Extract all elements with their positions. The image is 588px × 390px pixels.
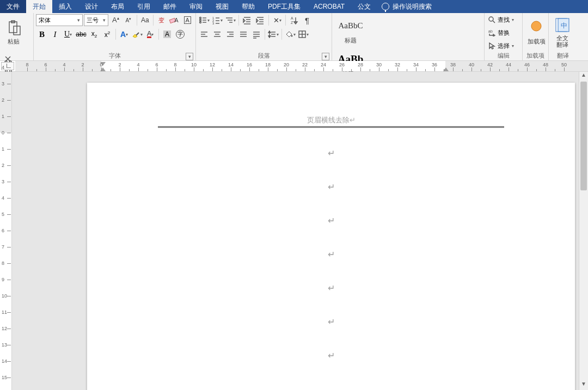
addins-button[interactable]: 加载项 (525, 14, 548, 50)
page-header[interactable]: 页眉横线去除↵ (158, 115, 504, 128)
font-color-button[interactable]: A▾ (144, 28, 156, 40)
tab-references[interactable]: 引用 (131, 0, 157, 13)
editing-label: 编辑 (498, 52, 510, 60)
svg-point-70 (489, 17, 493, 21)
paint-bucket-icon (285, 30, 293, 39)
paragraph-mark-icon: ↵ (328, 283, 335, 293)
paste-button[interactable]: 粘贴 (2, 14, 25, 50)
translate-btn-label: 全文 翻译 (556, 35, 568, 48)
underline-button[interactable]: U▾ (62, 28, 74, 40)
scroll-thumb[interactable] (580, 82, 587, 190)
align-distribute-icon (252, 30, 261, 39)
svg-point-66 (291, 35, 293, 37)
tab-acrobat[interactable]: ACROBAT (307, 0, 351, 13)
document-page[interactable]: 页眉横线去除↵ ↵ ↵ ↵ ↵ ↵ ↵ ↵ (87, 83, 575, 390)
tab-mailings[interactable]: 邮件 (157, 0, 183, 13)
highlighter-icon (132, 30, 140, 39)
font-size-value: 三号 (87, 16, 99, 24)
character-shading-button[interactable]: A (161, 28, 173, 40)
tab-review[interactable]: 审阅 (183, 0, 209, 13)
tab-help[interactable]: 帮助 (235, 0, 261, 13)
numbering-icon: 123 (212, 16, 220, 24)
svg-line-13 (136, 33, 139, 35)
addins-btn-label: 加载项 (528, 38, 546, 45)
shrink-font-button[interactable]: A▾ (122, 14, 134, 26)
group-clipboard: 粘贴 剪贴板▾ (0, 13, 34, 60)
show-marks-button[interactable]: ¶ (301, 14, 313, 26)
tab-home[interactable]: 开始 (26, 0, 52, 13)
align-center-icon (213, 30, 222, 39)
align-left-button[interactable] (198, 28, 210, 40)
menu-bar: 文件 开始 插入 设计 布局 引用 邮件 审阅 视图 帮助 PDF工具集 ACR… (0, 0, 588, 13)
workspace: 432101234567891011121314151617181920 页眉横… (0, 72, 588, 390)
line-spacing-icon (268, 30, 277, 39)
group-editing: 查找▾ ab替换 选择▾ 编辑 (485, 13, 523, 60)
increase-indent-button[interactable] (254, 14, 266, 26)
superscript-button[interactable]: x2 (101, 28, 113, 40)
align-justify-icon (239, 30, 248, 39)
select-button[interactable]: 选择▾ (487, 40, 520, 51)
addin-icon (528, 20, 545, 37)
tab-view[interactable]: 视图 (209, 0, 235, 13)
svg-marker-33 (243, 19, 245, 22)
vertical-scrollbar[interactable]: ▲ ▼ (579, 72, 588, 390)
decrease-indent-button[interactable] (241, 14, 253, 26)
strikethrough-button[interactable]: abc (75, 28, 87, 40)
svg-rect-0 (9, 22, 17, 33)
font-launcher[interactable]: ▾ (186, 53, 193, 60)
horizontal-ruler[interactable]: 8642024681012141618202224262830323436384… (15, 61, 588, 71)
shading-button[interactable]: ▾ (284, 28, 296, 40)
tab-layout[interactable]: 布局 (105, 0, 131, 13)
translate-button[interactable]: 中 全文 翻译 (551, 14, 574, 50)
paragraph-launcher[interactable]: ▾ (322, 53, 329, 60)
enclose-characters-button[interactable]: 字 (174, 28, 186, 40)
svg-point-16 (200, 20, 201, 21)
bold-button[interactable]: B (36, 28, 48, 40)
highlight-button[interactable]: ▾ (131, 28, 143, 40)
bullets-icon (199, 16, 207, 24)
group-font: 宋体▾ 三号▾ A▴ A▾ Aa 变 A A B I U▾ abc x2 x2 … (34, 13, 196, 60)
text-effects-button[interactable]: A▾ (118, 28, 130, 40)
tab-file[interactable]: 文件 (0, 0, 26, 13)
change-case-button[interactable]: Aa (139, 14, 151, 26)
sort-button[interactable]: AZ (288, 14, 300, 26)
align-justify-button[interactable] (237, 28, 249, 40)
tab-design[interactable]: 设计 (78, 0, 105, 13)
translate-icon: 中 (554, 16, 571, 34)
paragraph-mark-icon: ↵ (328, 182, 335, 192)
align-center-button[interactable] (211, 28, 223, 40)
return-mark-icon: ↵ (350, 116, 356, 124)
asian-layout-button[interactable]: ✕▾ (271, 14, 283, 26)
subscript-button[interactable]: x2 (88, 28, 100, 40)
font-size-combo[interactable]: 三号▾ (84, 14, 108, 26)
paragraph-mark-icon: ↵ (328, 215, 335, 226)
addins-label: 加载项 (526, 52, 544, 60)
align-distribute-button[interactable] (250, 28, 262, 40)
bullets-button[interactable]: ▾ (198, 14, 210, 26)
tab-insert[interactable]: 插入 (52, 0, 78, 13)
character-border-button[interactable]: A (182, 14, 194, 26)
svg-point-14 (200, 17, 201, 19)
replace-button[interactable]: ab替换 (487, 27, 520, 38)
numbering-button[interactable]: 123▾ (211, 14, 223, 26)
tab-official[interactable]: 公文 (351, 0, 377, 13)
tell-me-search[interactable]: 操作说明搜索 (382, 2, 432, 11)
scroll-up-button[interactable]: ▲ (579, 72, 588, 81)
phonetic-guide-button[interactable]: 变 (156, 14, 168, 26)
italic-button[interactable]: I (49, 28, 61, 40)
clear-formatting-button[interactable]: A (169, 14, 181, 26)
ruler-row: L 86420246810121416182022242628303234363… (0, 61, 588, 72)
svg-marker-38 (256, 19, 258, 22)
font-name-combo[interactable]: 宋体▾ (36, 14, 83, 26)
line-spacing-button[interactable]: ▾ (267, 28, 279, 40)
tab-pdf[interactable]: PDF工具集 (261, 0, 307, 13)
find-button[interactable]: 查找▾ (487, 14, 520, 25)
border-icon (298, 30, 307, 39)
align-right-button[interactable] (224, 28, 236, 40)
grow-font-button[interactable]: A▴ (109, 14, 121, 26)
vertical-ruler[interactable]: 432101234567891011121314151617181920 (0, 72, 12, 390)
borders-button[interactable]: ▾ (297, 28, 309, 40)
multilevel-list-button[interactable]: ▾ (224, 14, 236, 26)
scroll-down-button[interactable]: ▼ (579, 381, 588, 390)
style-heading[interactable]: AaBbC 标题 (335, 14, 366, 46)
